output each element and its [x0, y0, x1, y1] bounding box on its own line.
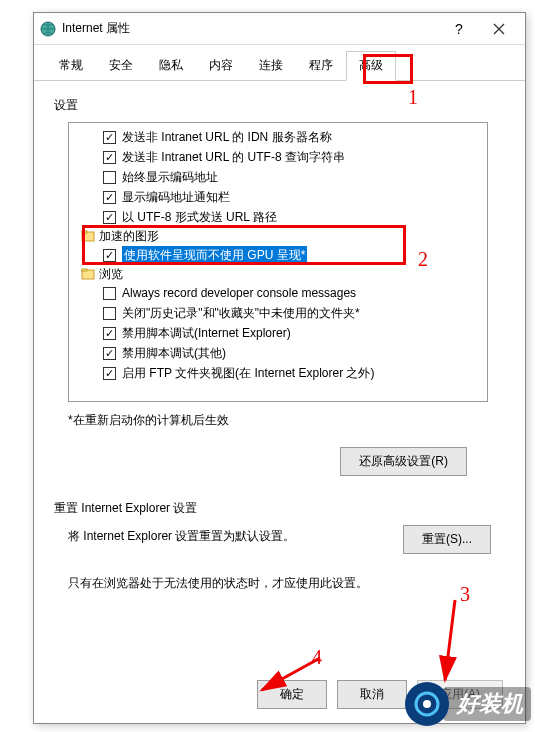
tab-6[interactable]: 高级 — [346, 51, 396, 81]
help-button[interactable]: ? — [439, 15, 479, 43]
reset-button[interactable]: 重置(S)... — [403, 525, 491, 554]
globe-icon — [40, 21, 56, 37]
watermark-text: 好装机 — [443, 687, 531, 721]
tree-item-label: 禁用脚本调试(Internet Explorer) — [122, 324, 291, 342]
folder-icon — [81, 267, 95, 281]
tab-1[interactable]: 安全 — [96, 51, 146, 80]
tree-item-label: 发送非 Intranet URL 的 UTF-8 查询字符串 — [122, 148, 345, 166]
tree-item-label: 禁用脚本调试(其他) — [122, 344, 226, 362]
tab-4[interactable]: 连接 — [246, 51, 296, 80]
checkbox[interactable] — [103, 287, 116, 300]
titlebar: Internet 属性 ? — [34, 13, 525, 45]
checkbox[interactable] — [103, 211, 116, 224]
tree-item-label: 使用软件呈现而不使用 GPU 呈现* — [122, 246, 307, 264]
tab-0[interactable]: 常规 — [46, 51, 96, 80]
tab-3[interactable]: 内容 — [196, 51, 246, 80]
window-title: Internet 属性 — [62, 20, 439, 37]
tree-item[interactable]: 关闭"历史记录"和"收藏夹"中未使用的文件夹* — [69, 303, 487, 323]
annotation-2: 2 — [418, 248, 428, 271]
tree-item[interactable]: 禁用脚本调试(Internet Explorer) — [69, 323, 487, 343]
svg-line-5 — [445, 600, 455, 680]
tree-item[interactable]: 启用 FTP 文件夹视图(在 Internet Explorer 之外) — [69, 363, 487, 383]
tab-content: 设置 发送非 Intranet URL 的 IDN 服务器名称发送非 Intra… — [34, 81, 525, 608]
restore-defaults-button[interactable]: 还原高级设置(R) — [340, 447, 467, 476]
tree-category[interactable]: 加速的图形 — [69, 227, 487, 245]
tree-item-label: Always record developer console messages — [122, 284, 356, 302]
checkbox[interactable] — [103, 367, 116, 380]
settings-label: 设置 — [54, 97, 505, 114]
tree-item[interactable]: 显示编码地址通知栏 — [69, 187, 487, 207]
tree-item-label: 启用 FTP 文件夹视图(在 Internet Explorer 之外) — [122, 364, 375, 382]
folder-icon — [81, 229, 95, 243]
checkbox[interactable] — [103, 347, 116, 360]
checkbox[interactable] — [103, 171, 116, 184]
close-button[interactable] — [479, 15, 519, 43]
watermark: 好装机 — [405, 682, 531, 726]
tree-item[interactable]: Always record developer console messages — [69, 283, 487, 303]
checkbox[interactable] — [103, 307, 116, 320]
svg-rect-4 — [82, 269, 87, 271]
tree-category-label: 加速的图形 — [99, 227, 159, 245]
tree-item[interactable]: 始终显示编码地址 — [69, 167, 487, 187]
watermark-logo-icon — [405, 682, 449, 726]
checkbox[interactable] — [103, 191, 116, 204]
reset-warning: 只有在浏览器处于无法使用的状态时，才应使用此设置。 — [68, 572, 491, 592]
tree-category-label: 浏览 — [99, 265, 123, 283]
checkbox[interactable] — [103, 327, 116, 340]
tree-item[interactable]: 禁用脚本调试(其他) — [69, 343, 487, 363]
annotation-3: 3 — [460, 583, 470, 606]
tab-2[interactable]: 隐私 — [146, 51, 196, 80]
checkbox[interactable] — [103, 249, 116, 262]
tab-strip: 常规安全隐私内容连接程序高级 — [34, 45, 525, 81]
checkbox[interactable] — [103, 131, 116, 144]
svg-rect-2 — [82, 231, 87, 233]
tree-item[interactable]: 以 UTF-8 形式发送 URL 路径 — [69, 207, 487, 227]
tree-item-label: 显示编码地址通知栏 — [122, 188, 230, 206]
tree-item-label: 关闭"历史记录"和"收藏夹"中未使用的文件夹* — [122, 304, 360, 322]
checkbox[interactable] — [103, 151, 116, 164]
svg-point-8 — [423, 700, 431, 708]
tree-item[interactable]: 发送非 Intranet URL 的 UTF-8 查询字符串 — [69, 147, 487, 167]
tree-item-label: 以 UTF-8 形式发送 URL 路径 — [122, 208, 277, 226]
tree-item-label: 发送非 Intranet URL 的 IDN 服务器名称 — [122, 128, 332, 146]
reset-description: 将 Internet Explorer 设置重置为默认设置。 — [68, 525, 403, 545]
annotation-4: 4 — [312, 646, 322, 669]
reset-section-label: 重置 Internet Explorer 设置 — [54, 500, 505, 517]
restart-note: *在重新启动你的计算机后生效 — [68, 412, 505, 429]
tree-item-label: 始终显示编码地址 — [122, 168, 218, 186]
annotation-1: 1 — [408, 86, 418, 109]
tab-5[interactable]: 程序 — [296, 51, 346, 80]
tree-item[interactable]: 发送非 Intranet URL 的 IDN 服务器名称 — [69, 127, 487, 147]
